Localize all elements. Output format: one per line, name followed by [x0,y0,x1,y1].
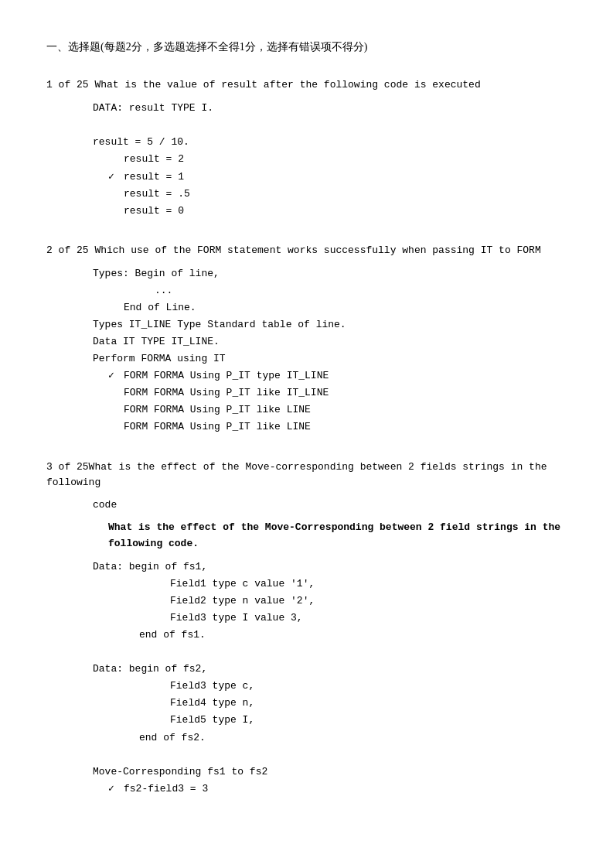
q2-opt4-check [108,419,121,436]
q3-number: 3 of 25 [46,461,89,473]
q1-code: DATA: result TYPE I. result = 5 / 10. [93,100,567,151]
q3-code-blank2 [93,747,567,764]
q1-title-text: What is the value of result after the fo… [89,79,481,91]
q1-code-line-1: DATA: result TYPE I. [93,100,567,117]
q3-code-1: Data: begin of fs1, [93,559,567,576]
q1-title: 1 of 25 What is the value of result afte… [46,77,567,94]
q3-opt1-text: fs2-field3 = 3 [124,781,567,798]
q2-option-3: FORM FORMA Using P_IT like LINE [108,402,567,419]
q2-opt2-text: FORM FORMA Using P_IT like IT_LINE [124,384,567,402]
q2-opt3-text: FORM FORMA Using P_IT like LINE [124,402,567,419]
q1-opt3-text: result = .5 [124,186,567,203]
q2-opt2-check [108,384,121,402]
exam-header: 一、选择题(每题2分，多选题选择不全得1分，选择有错误项不得分) [46,39,567,56]
q1-option-1: result = 2 [108,151,567,168]
q2-opt1-text: FORM FORMA Using P_IT type IT_LINE [124,367,567,384]
q1-option-4: result = 0 [108,203,567,220]
q2-opt3-check [108,402,121,419]
q1-code-line-3: result = 5 / 10. [93,134,567,151]
question-1: 1 of 25 What is the value of result afte… [46,77,567,219]
q1-opt4-check [108,203,121,220]
q1-number: 1 of 25 [46,79,89,91]
q3-bold-title-text: What is the effect of the Move-Correspon… [108,521,560,549]
q3-code-6: Data: begin of fs2, [93,661,567,678]
q3-title-text: What is the effect of the Move-correspon… [46,461,547,489]
q3-title-cont: code [93,497,567,514]
q3-code-blank [93,644,567,661]
q2-code-line-1: Types: Begin of line, [93,265,567,282]
q3-code-11: Move-Corresponding fs1 to fs2 [93,764,567,781]
q2-code-line-3: End of Line. [124,299,567,316]
q3-option-1: ✓ fs2-field3 = 3 [108,781,567,798]
q2-code: Types: Begin of line, ... End of Line. T… [93,265,567,368]
q1-opt4-text: result = 0 [124,203,567,220]
q2-code-line-5: Data IT TYPE IT_LINE. [93,333,567,350]
q2-title: 2 of 25 Which use of the FORM statement … [46,243,567,259]
q1-opt3-check [108,186,121,203]
q3-title: 3 of 25What is the effect of the Move-co… [46,460,567,492]
q1-opt1-check [108,151,121,168]
q2-opt1-check: ✓ [108,367,121,384]
q2-code-line-2: ... [155,282,567,299]
q1-option-2: ✓ result = 1 [108,169,567,186]
q3-opt1-check: ✓ [108,781,121,798]
q1-options: result = 2 ✓ result = 1 result = .5 resu… [108,151,567,219]
q3-bold-title: What is the effect of the Move-Correspon… [108,520,567,552]
q3-code-8: Field4 type n, [170,695,567,712]
q1-opt1-text: result = 2 [124,151,567,168]
q3-code-5: end of fs1. [139,627,567,644]
q2-number: 2 of 25 [46,244,89,256]
q1-opt2-text: result = 1 [124,169,567,186]
q3-code-3: Field2 type n value '2', [170,593,567,610]
q3-code-4: Field3 type I value 3, [170,610,567,627]
page-container: 一、选择题(每题2分，多选题选择不全得1分，选择有错误项不得分) 1 of 25… [46,39,567,798]
q2-code-line-6: Perform FORMA using IT [93,350,567,367]
q2-title-text: Which use of the FORM statement works su… [89,244,541,256]
q2-opt4-text: FORM FORMA Using P_IT like LINE [124,419,567,436]
q2-option-1: ✓ FORM FORMA Using P_IT type IT_LINE [108,367,567,384]
q2-option-4: FORM FORMA Using P_IT like LINE [108,419,567,436]
q1-option-3: result = .5 [108,186,567,203]
question-3: 3 of 25What is the effect of the Move-co… [46,460,567,798]
q3-code-2: Field1 type c value '1', [170,576,567,593]
q1-code-line-2 [93,117,567,134]
q2-code-line-4: Types IT_LINE Type Standard table of lin… [93,316,567,333]
q3-code-7: Field3 type c, [170,678,567,695]
q3-code: Data: begin of fs1, Field1 type c value … [93,559,567,781]
q2-options: ✓ FORM FORMA Using P_IT type IT_LINE FOR… [108,367,567,436]
q2-option-2: FORM FORMA Using P_IT like IT_LINE [108,384,567,402]
q3-options: ✓ fs2-field3 = 3 [108,781,567,798]
q3-code-10: end of fs2. [139,730,567,747]
question-2: 2 of 25 Which use of the FORM statement … [46,243,567,436]
q3-code-9: Field5 type I, [170,712,567,729]
q1-opt2-check: ✓ [108,169,121,186]
